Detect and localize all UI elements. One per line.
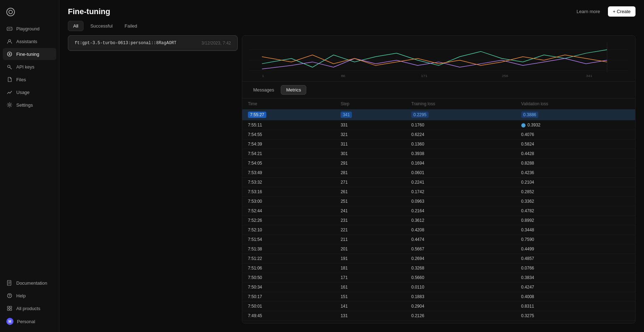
sidebar-item-playground[interactable]: Playground <box>3 23 56 35</box>
sidebar-item-assistants[interactable]: Assistants <box>3 35 56 47</box>
cell-training-loss: 0.4208 <box>406 225 516 235</box>
chart-icon <box>6 89 13 95</box>
sidebar-item-documentation-label: Documentation <box>16 280 47 286</box>
table-row[interactable]: 7:51:38 201 0.5667 0.4499 <box>242 244 635 254</box>
avatar: M <box>6 318 13 325</box>
cell-training-loss: 0.3938 <box>406 149 516 159</box>
cell-time: 7:50:50 <box>242 273 335 283</box>
table-row[interactable]: 7:55:27 341 0.2295 0.3886 <box>242 109 635 120</box>
table-row[interactable]: 7:50:34 161 0.0110 0.4247 <box>242 283 635 292</box>
sidebar-item-help[interactable]: Help <box>3 290 56 302</box>
cell-step: 131 <box>335 311 406 321</box>
table-row[interactable]: 7:52:26 231 0.3612 0.8992 <box>242 216 635 225</box>
cell-training-loss: 0.2694 <box>406 254 516 263</box>
sidebar-item-playground-label: Playground <box>16 26 40 31</box>
content-area: ft:gpt-3.5-turbo-0613:personal::8RagAORT… <box>59 35 644 332</box>
sidebar-item-all-products-label: All products <box>16 306 40 311</box>
svg-point-1 <box>8 40 11 42</box>
svg-point-4 <box>9 104 11 106</box>
sidebar: Playground Assistants Fine-tuning <box>0 0 59 332</box>
sidebar-item-files[interactable]: Files <box>3 73 56 85</box>
svg-rect-8 <box>7 306 9 308</box>
gamepad-icon <box>6 25 13 32</box>
tab-successful[interactable]: Successful <box>85 21 118 31</box>
cell-time: 7:55:11 <box>242 120 335 130</box>
learn-more-button[interactable]: Learn more <box>573 7 603 16</box>
cell-validation-loss: 0.2104 <box>516 178 635 187</box>
cell-training-loss: 0.3612 <box>406 216 516 225</box>
cell-time: 7:50:01 <box>242 302 335 311</box>
cell-training-loss: 0.0601 <box>406 168 516 178</box>
table-row[interactable]: 7:53:00 251 0.0963 0.3362 <box>242 197 635 206</box>
cell-time: 7:54:21 <box>242 149 335 159</box>
metrics-table: Time Step Training loss Validation loss … <box>242 99 635 323</box>
table-row[interactable]: 7:54:39 311 0.1360 0.5824 <box>242 140 635 149</box>
tune-icon <box>6 51 13 57</box>
cell-time: 7:54:05 <box>242 159 335 168</box>
tab-failed[interactable]: Failed <box>119 21 142 31</box>
table-row[interactable]: 7:49:29 121 0.5994 0.3027 <box>242 321 635 324</box>
page-title: Fine-tuning <box>68 7 110 16</box>
table-row[interactable]: 7:54:05 291 0.1694 0.8288 <box>242 159 635 168</box>
sidebar-item-settings[interactable]: Settings <box>3 99 56 111</box>
cell-time: 7:52:26 <box>242 216 335 225</box>
table-row[interactable]: 7:50:17 151 0.1883 0.4008 <box>242 292 635 302</box>
svg-text:256: 256 <box>502 74 508 78</box>
table-row[interactable]: 7:51:54 211 0.4474 0.7590 <box>242 235 635 244</box>
cell-step: 341 <box>335 109 406 120</box>
tab-messages[interactable]: Messages <box>248 85 279 95</box>
gear-icon <box>6 102 13 108</box>
sidebar-item-documentation[interactable]: Documentation <box>3 277 56 289</box>
chart-svg: 1 86 171 256 341 <box>249 39 628 78</box>
table-row[interactable]: 7:52:10 221 0.4208 0.3448 <box>242 225 635 235</box>
cell-time: 7:53:32 <box>242 178 335 187</box>
cell-validation-loss: 0.8992 <box>516 216 635 225</box>
cell-validation-loss: 0.0766 <box>516 263 635 273</box>
table-row[interactable]: 7:53:49 281 0.0601 0.4236 <box>242 168 635 178</box>
job-list: ft:gpt-3.5-turbo-0613:personal::8RagAORT… <box>68 35 238 324</box>
table-row[interactable]: 7:51:06 181 0.3268 0.0766 <box>242 263 635 273</box>
table-row[interactable]: 7:49:45 131 0.2126 0.3275 <box>242 311 635 321</box>
cell-step: 291 <box>335 159 406 168</box>
cell-step: 311 <box>335 140 406 149</box>
logo <box>0 4 59 23</box>
cell-training-loss: 0.3268 <box>406 263 516 273</box>
table-row[interactable]: 7:54:21 301 0.3938 0.4428 <box>242 149 635 159</box>
cell-time: 7:50:34 <box>242 283 335 292</box>
svg-rect-10 <box>7 309 9 310</box>
cell-validation-loss: 0.2852 <box>516 187 635 197</box>
cell-step: 321 <box>335 130 406 140</box>
job-item[interactable]: ft:gpt-3.5-turbo-0613:personal::8RagAORT… <box>68 35 238 51</box>
svg-point-7 <box>9 297 10 297</box>
sidebar-item-api-keys[interactable]: API keys <box>3 61 56 73</box>
table-row[interactable]: 7:50:50 171 0.5660 0.3834 <box>242 273 635 283</box>
cell-step: 241 <box>335 206 406 216</box>
svg-text:86: 86 <box>341 74 345 78</box>
cell-time: 7:55:27 <box>242 109 335 120</box>
sidebar-user[interactable]: M Personal <box>3 315 56 328</box>
sidebar-item-fine-tuning[interactable]: Fine-tuning <box>3 48 56 60</box>
sidebar-item-help-label: Help <box>16 293 26 298</box>
sidebar-item-usage[interactable]: Usage <box>3 86 56 98</box>
cell-training-loss: 0.2126 <box>406 311 516 321</box>
tab-metrics[interactable]: Metrics <box>281 85 306 95</box>
sidebar-item-fine-tuning-label: Fine-tuning <box>16 52 39 57</box>
header-actions: Learn more + Create <box>573 6 636 17</box>
sidebar-item-files-label: Files <box>16 77 26 82</box>
cell-step: 141 <box>335 302 406 311</box>
cell-validation-loss: 0.3362 <box>516 197 635 206</box>
table-row[interactable]: 7:51:22 191 0.2694 0.4857 <box>242 254 635 263</box>
table-row[interactable]: 7:50:01 141 0.2904 0.8311 <box>242 302 635 311</box>
create-button[interactable]: + Create <box>608 6 636 17</box>
tab-all[interactable]: All <box>68 21 83 31</box>
cell-step: 271 <box>335 178 406 187</box>
table-row[interactable]: 7:55:11 331 0.1760 0.3932 <box>242 120 635 130</box>
cell-training-loss: 0.1742 <box>406 187 516 197</box>
table-row[interactable]: 7:52:44 241 0.2164 0.4782 <box>242 206 635 216</box>
table-row[interactable]: 7:53:16 261 0.1742 0.2852 <box>242 187 635 197</box>
sidebar-item-all-products[interactable]: All products <box>3 302 56 314</box>
table-row[interactable]: 7:53:32 271 0.2241 0.2104 <box>242 178 635 187</box>
grid-icon <box>6 305 13 312</box>
cell-step: 151 <box>335 292 406 302</box>
table-row[interactable]: 7:54:55 321 0.6224 0.4076 <box>242 130 635 140</box>
